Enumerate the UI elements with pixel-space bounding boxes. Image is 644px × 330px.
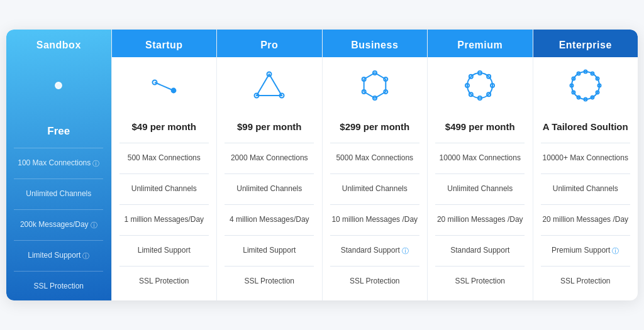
- divider: [541, 266, 630, 267]
- feature-enterprise-2: 20 million Messages /Day: [533, 206, 638, 234]
- feature-startup-4: SSL Protection: [112, 268, 217, 295]
- divider: [330, 204, 419, 205]
- divider: [14, 240, 103, 241]
- feature-premium-2: 20 million Messages /Day: [428, 206, 533, 234]
- svg-point-3: [171, 89, 175, 93]
- plan-price-startup: $49 per month: [126, 114, 201, 141]
- svg-point-0: [55, 82, 62, 89]
- divider: [119, 173, 209, 174]
- feature-business-2: 10 million Messages /Day: [323, 206, 428, 234]
- divider: [541, 235, 630, 236]
- svg-line-1: [155, 82, 174, 91]
- plan-col-sandbox: SandboxFree100 Max Connections ⓘUnlimite…: [6, 30, 112, 300]
- divider: [435, 235, 525, 236]
- feature-business-4: SSL Protection: [323, 268, 428, 295]
- plan-price-pro: $99 per month: [232, 114, 307, 141]
- plan-icon-business: [323, 57, 428, 114]
- feature-sandbox-4: SSL Protection: [6, 273, 111, 300]
- plan-price-premium: $499 per month: [440, 114, 520, 141]
- divider: [330, 266, 419, 267]
- feature-pro-4: SSL Protection: [217, 268, 322, 295]
- feature-business-3: Standard Support ⓘ: [323, 237, 428, 265]
- info-icon[interactable]: ⓘ: [92, 159, 99, 168]
- plan-price-enterprise: A Tailored Soultion: [538, 114, 633, 141]
- svg-point-15: [467, 73, 492, 98]
- feature-sandbox-1: Unlimited Channels: [6, 180, 111, 208]
- feature-enterprise-1: Unlimited Channels: [533, 175, 638, 203]
- pricing-table: SandboxFree100 Max Connections ⓘUnlimite…: [6, 30, 638, 300]
- feature-enterprise-4: SSL Protection: [533, 268, 638, 295]
- plan-icon-enterprise: [533, 57, 638, 114]
- plan-col-premium: Premium$499 per month10000 Max Connectio…: [428, 30, 533, 300]
- divider: [119, 143, 209, 143]
- divider: [541, 143, 630, 143]
- feature-premium-0: 10000 Max Connections: [428, 145, 533, 172]
- divider: [14, 271, 103, 272]
- svg-marker-4: [257, 74, 282, 96]
- feature-sandbox-2: 200k Messages/Day ⓘ: [6, 211, 111, 239]
- divider: [330, 235, 419, 236]
- plan-header-sandbox: Sandbox: [6, 30, 111, 57]
- feature-startup-1: Unlimited Channels: [112, 175, 217, 203]
- feature-sandbox-0: 100 Max Connections ⓘ: [6, 150, 111, 177]
- feature-pro-2: 4 million Messages/Day: [217, 206, 322, 234]
- plan-col-startup: Startup$49 per month500 Max ConnectionsU…: [112, 30, 218, 300]
- divider: [14, 209, 103, 210]
- plan-icon-premium: [428, 57, 533, 114]
- feature-business-0: 5000 Max Connections: [323, 145, 428, 172]
- feature-business-1: Unlimited Channels: [323, 175, 428, 203]
- feature-enterprise-0: 10000+ Max Connections: [533, 145, 638, 172]
- plan-header-startup: Startup: [112, 30, 217, 57]
- info-icon[interactable]: ⓘ: [402, 246, 409, 255]
- divider: [119, 266, 209, 267]
- svg-marker-8: [364, 73, 386, 98]
- plan-header-premium: Premium: [428, 30, 533, 57]
- divider: [119, 235, 209, 236]
- info-icon[interactable]: ⓘ: [612, 246, 619, 255]
- feature-sandbox-3: Limited Support ⓘ: [6, 242, 111, 270]
- divider: [435, 266, 525, 267]
- divider: [119, 204, 209, 205]
- divider: [541, 173, 630, 174]
- feature-pro-3: Limited Support: [217, 237, 322, 265]
- divider: [225, 266, 314, 267]
- plan-col-business: Business$299 per month5000 Max Connectio…: [323, 30, 428, 300]
- feature-startup-3: Limited Support: [112, 237, 217, 265]
- plan-col-pro: Pro$99 per month2000 Max ConnectionsUnli…: [217, 30, 323, 300]
- plan-header-enterprise: Enterprise: [533, 30, 638, 57]
- divider: [225, 143, 314, 143]
- feature-startup-0: 500 Max Connections: [112, 145, 217, 172]
- feature-premium-4: SSL Protection: [428, 268, 533, 295]
- divider: [225, 173, 314, 174]
- divider: [541, 204, 630, 205]
- divider: [330, 143, 419, 143]
- feature-pro-0: 2000 Max Connections: [217, 145, 322, 172]
- feature-premium-3: Standard Support: [428, 237, 533, 265]
- feature-premium-1: Unlimited Channels: [428, 175, 533, 203]
- svg-point-24: [572, 72, 599, 99]
- divider: [435, 173, 525, 174]
- plan-icon-sandbox: [6, 57, 111, 114]
- plan-col-enterprise: EnterpriseA Tailored Soultion10000+ Max …: [533, 30, 638, 300]
- divider: [14, 179, 103, 179]
- divider: [330, 173, 419, 174]
- divider: [14, 148, 103, 148]
- info-icon[interactable]: ⓘ: [82, 251, 89, 260]
- plan-icon-pro: [217, 57, 322, 114]
- plan-header-business: Business: [323, 30, 428, 57]
- divider: [225, 235, 314, 236]
- feature-pro-1: Unlimited Channels: [217, 175, 322, 203]
- plan-price-sandbox: Free: [42, 119, 75, 146]
- plan-header-pro: Pro: [217, 30, 322, 57]
- feature-startup-2: 1 million Messages/Day: [112, 206, 217, 234]
- divider: [435, 204, 525, 205]
- divider: [225, 204, 314, 205]
- plan-price-business: $299 per month: [335, 114, 414, 141]
- feature-enterprise-3: Premium Support ⓘ: [533, 237, 638, 265]
- divider: [435, 143, 525, 143]
- plan-icon-startup: [112, 57, 217, 114]
- info-icon[interactable]: ⓘ: [91, 221, 97, 229]
